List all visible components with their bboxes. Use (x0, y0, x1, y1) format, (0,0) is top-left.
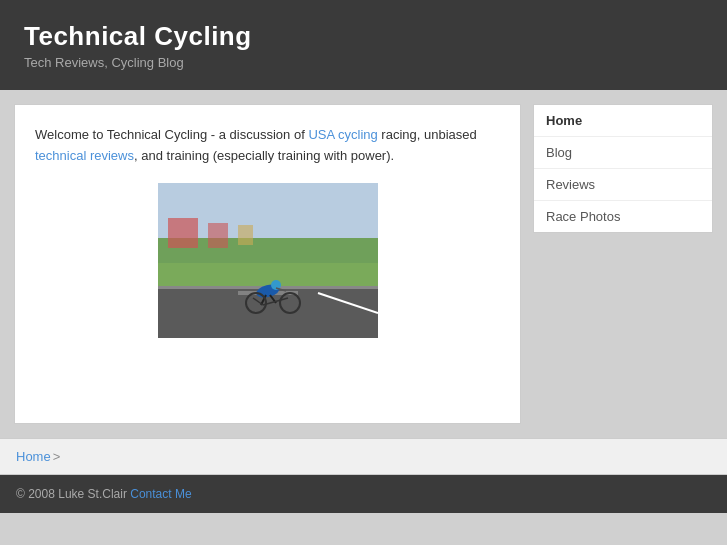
footer: © 2008 Luke St.Clair Contact Me (0, 475, 727, 513)
sidebar-item-blog[interactable]: Blog (534, 137, 712, 169)
contact-link[interactable]: Contact Me (130, 487, 191, 501)
sidebar-item-home[interactable]: Home (534, 105, 712, 137)
main-wrapper: Welcome to Technical Cycling - a discuss… (0, 90, 727, 438)
site-header: Technical Cycling Tech Reviews, Cycling … (0, 0, 727, 90)
sidebar-item-reviews[interactable]: Reviews (534, 169, 712, 201)
breadcrumb-separator: > (53, 449, 61, 464)
breadcrumb-home-link[interactable]: Home (16, 449, 51, 464)
site-subtitle: Tech Reviews, Cycling Blog (24, 55, 703, 70)
intro-text-3: , and training (especially training with… (134, 148, 394, 163)
breadcrumb-bar: Home> (0, 438, 727, 475)
intro-text-2: racing, unbiased (378, 127, 477, 142)
sidebar: Home Blog Reviews Race Photos (533, 104, 713, 233)
svg-rect-2 (168, 218, 198, 248)
copyright-text: © 2008 Luke St.Clair (16, 487, 130, 501)
sidebar-nav: Home Blog Reviews Race Photos (533, 104, 713, 233)
usa-cycling-link[interactable]: USA cycling (308, 127, 377, 142)
site-title: Technical Cycling (24, 21, 703, 52)
svg-rect-4 (238, 225, 253, 245)
content-area: Welcome to Technical Cycling - a discuss… (14, 104, 521, 424)
intro-paragraph: Welcome to Technical Cycling - a discuss… (35, 125, 500, 167)
intro-text-1: Welcome to Technical Cycling - a discuss… (35, 127, 308, 142)
sidebar-item-race-photos[interactable]: Race Photos (534, 201, 712, 232)
cycling-image (158, 183, 378, 338)
technical-reviews-link[interactable]: technical reviews (35, 148, 134, 163)
svg-rect-3 (208, 223, 228, 248)
